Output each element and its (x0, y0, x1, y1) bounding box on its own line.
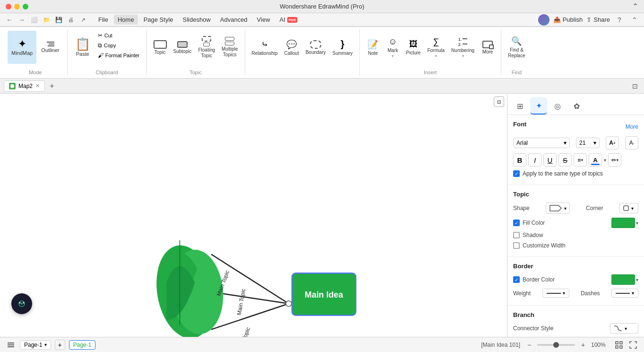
border-section: Border ✓ Border Color ▾ Weight ▾ (507, 257, 644, 306)
add-tab-button[interactable]: + (47, 81, 57, 91)
selection-handle[interactable]: ⊡ (494, 97, 504, 107)
fill-color-arrow[interactable]: ▾ (636, 220, 638, 226)
panel-tab-style[interactable]: ⊞ (511, 97, 528, 114)
copy-button[interactable]: ⧉ Copy (95, 41, 143, 50)
find-replace-button[interactable]: 🔍 Find &Replace (505, 31, 528, 64)
fit-screen-button[interactable] (614, 340, 624, 350)
border-color-checkbox[interactable]: ✓ (513, 276, 520, 283)
font-increase-button[interactable]: A+ (606, 136, 619, 150)
weight-selector[interactable]: ▾ (542, 289, 569, 298)
share-button[interactable]: ⇧ Share (586, 16, 610, 23)
shape-selector[interactable]: ▾ (546, 202, 570, 214)
publish-button[interactable]: 📤 Publish (553, 16, 583, 23)
customize-width-row: Customize Width (513, 242, 638, 249)
strikethrough-button[interactable]: S (558, 153, 572, 167)
tab-close-button[interactable]: ✕ (35, 83, 40, 89)
menu-ai[interactable]: AI Hot (276, 15, 301, 25)
add-page-button[interactable]: + (55, 340, 65, 350)
shadow-checkbox[interactable] (513, 232, 520, 238)
fill-color-check-row: ✓ Fill Color (513, 220, 545, 226)
canvas[interactable]: Main Idea Main Topic Main Topic Main Top… (0, 94, 507, 337)
outliner-button[interactable]: Outliner (37, 31, 63, 64)
highlight-button[interactable]: ✏▾ (608, 153, 621, 167)
user-avatar[interactable] (538, 14, 550, 26)
window-controls[interactable] (6, 4, 28, 9)
save-button[interactable]: 💾 (53, 14, 64, 26)
sidebar-toggle-button[interactable] (6, 340, 16, 350)
underline-button[interactable]: U (543, 153, 557, 167)
menu-slideshow[interactable]: Slideshow (179, 15, 215, 25)
page-dropdown-button[interactable]: Page-1 ▾ (20, 340, 51, 350)
connector-style-select[interactable]: ▾ (610, 323, 638, 334)
relationship-icon: ⤷ (261, 39, 268, 50)
fullscreen-button[interactable] (628, 340, 638, 350)
floating-topic-button[interactable]: FloatingTopic (195, 31, 218, 64)
export-button[interactable]: ↗ (77, 14, 89, 26)
border-color-arrow[interactable]: ▾ (636, 277, 638, 282)
fill-color-checkbox[interactable]: ✓ (513, 220, 520, 226)
dashes-selector[interactable]: ▾ (611, 289, 638, 298)
border-color-swatch[interactable] (611, 274, 635, 285)
resize-button[interactable]: ⊡ (630, 81, 640, 91)
paste-button[interactable]: 📋 Paste (71, 31, 94, 64)
nav-back-button[interactable]: ← (4, 14, 15, 26)
zoom-in-button[interactable]: + (578, 340, 588, 350)
maximize-button[interactable] (23, 4, 28, 9)
ai-assistant-button[interactable] (11, 293, 32, 314)
multiple-topics-button[interactable]: MultipleTopics (219, 31, 240, 64)
numbering-label: Numbering (451, 48, 474, 53)
menu-home[interactable]: Home (114, 15, 138, 25)
format-painter-button[interactable]: 🖌 Format Painter (95, 51, 143, 60)
fill-color-swatch[interactable] (611, 218, 635, 228)
shadow-label: Shadow (523, 232, 543, 238)
bold-button[interactable]: B (513, 153, 526, 167)
zoom-out-button[interactable]: − (524, 340, 534, 350)
font-more-link[interactable]: More (626, 123, 638, 130)
callout-button[interactable]: 💬 Callout (282, 31, 302, 64)
minimize-button[interactable] (14, 4, 20, 9)
italic-button[interactable]: I (528, 153, 541, 167)
panel-tab-ai[interactable]: ✦ (530, 97, 547, 114)
menu-view[interactable]: View (253, 15, 274, 25)
summary-button[interactable]: } Summary (330, 31, 356, 64)
font-size-select[interactable]: 21 ▾ (576, 138, 600, 148)
font-name-select[interactable]: Arial ▾ (513, 138, 570, 148)
cut-icon: ✂ (98, 32, 103, 39)
zoom-slider[interactable] (537, 344, 575, 346)
close-button[interactable] (6, 4, 11, 9)
picture-button[interactable]: 🖼 Picture (403, 31, 423, 64)
boundary-button[interactable]: Boundary (303, 31, 329, 64)
formula-button[interactable]: ∑ Formula ▾ (424, 31, 447, 64)
panel-tab-target[interactable]: ◎ (549, 97, 566, 114)
subtopic-button[interactable]: Subtopic (171, 31, 195, 64)
help-button[interactable]: ? (614, 14, 625, 26)
font-decrease-button[interactable]: A- (625, 136, 638, 150)
menu-page-style[interactable]: Page Style (140, 15, 177, 25)
topic-button[interactable]: Topic (151, 31, 170, 64)
menu-advanced[interactable]: Advanced (216, 15, 251, 25)
more-button[interactable]: More (478, 31, 497, 64)
nav-forward-button[interactable]: → (16, 14, 27, 26)
svg-text:Main Idea: Main Idea (305, 290, 344, 299)
menu-file[interactable]: File (94, 15, 112, 25)
corner-select[interactable]: ▾ (619, 203, 638, 213)
align-button[interactable]: ≡▾ (574, 153, 587, 167)
open-button[interactable]: 📁 (41, 14, 52, 26)
mark-button[interactable]: ☺ Mark ▾ (383, 31, 402, 64)
customize-width-checkbox[interactable] (513, 242, 520, 249)
cut-button[interactable]: ✂ Cut (95, 31, 143, 40)
chevron-up-icon[interactable]: ⌃ (629, 14, 640, 26)
print-button[interactable]: 🖨 (65, 14, 77, 26)
numbering-button[interactable]: 1. 2. Numbering ▾ (448, 31, 477, 64)
relationship-button[interactable]: ⤷ Relationship (249, 31, 281, 64)
connector-style-label: Connector Style (513, 325, 553, 332)
panel-tab-settings[interactable]: ✿ (568, 97, 585, 114)
font-color-button[interactable]: A (589, 153, 602, 167)
note-button[interactable]: 📝 Note (363, 31, 382, 64)
apply-same-checkbox[interactable]: ✓ (513, 170, 520, 177)
new-tab-button[interactable]: ⬜ (28, 14, 40, 26)
collapse-button[interactable]: ⌃ (632, 2, 638, 10)
mindmap-button[interactable]: ✦ MindMap (8, 31, 36, 64)
doc-tab-map2[interactable]: Map2 ✕ (4, 80, 45, 92)
active-page-tab[interactable]: Page-1 (69, 340, 96, 350)
